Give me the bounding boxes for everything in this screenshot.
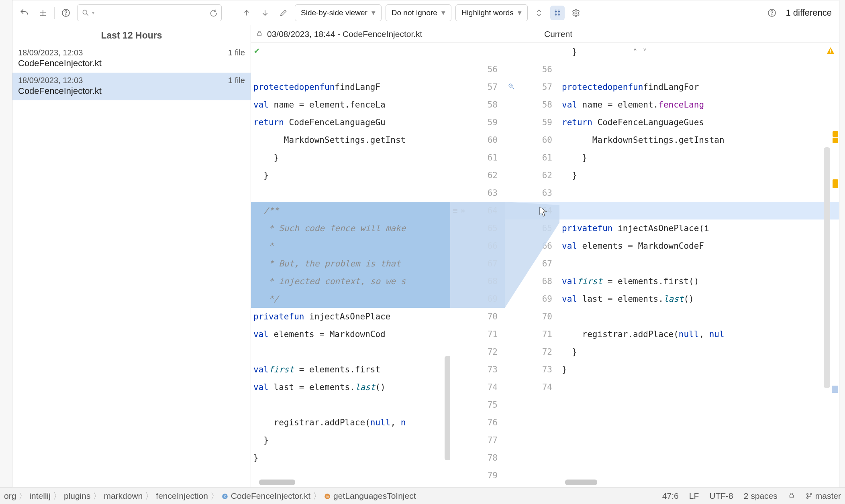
code-line[interactable] — [559, 308, 839, 325]
highlight-mode-select[interactable]: Highlight words ▾ — [455, 4, 528, 21]
sync-scroll-button[interactable] — [550, 6, 565, 20]
edit-button[interactable] — [276, 6, 291, 20]
code-line[interactable]: * But, the problem is that — [251, 255, 450, 272]
code-line[interactable]: } — [251, 149, 450, 167]
ignore-mode-label: Do not ignore — [392, 8, 437, 17]
breadcrumb-segment[interactable]: fenceInjection — [156, 491, 208, 501]
code-line[interactable]: } — [559, 149, 839, 167]
history-item-time: 18/09/2023, 12:03 — [18, 76, 83, 85]
breakpoint-suggestion-icon[interactable] — [507, 82, 515, 92]
left-h-scrollbar[interactable] — [259, 480, 295, 485]
viewer-mode-select[interactable]: Side-by-side viewer ▾ — [295, 4, 382, 21]
gutter-line: 66 — [450, 237, 505, 255]
code-line[interactable]: } — [559, 361, 839, 378]
code-line[interactable]: */ — [251, 290, 450, 308]
svg-point-2 — [83, 10, 87, 14]
right-code-pane[interactable]: } protected open fun findLangFor val nam… — [559, 43, 839, 487]
apply-chunk-icon[interactable]: » — [460, 206, 465, 215]
next-diff-button[interactable] — [258, 6, 272, 20]
accept-left-icon[interactable]: ≡ — [453, 206, 458, 215]
code-line[interactable] — [251, 184, 450, 202]
gutter-line: 64≡» — [450, 202, 505, 219]
code-line[interactable]: val first = elements.first — [251, 361, 450, 378]
git-branch[interactable]: master — [806, 491, 841, 501]
right-revision-title: Current — [544, 29, 572, 39]
gutter-line: 60 — [450, 131, 505, 149]
ignore-mode-select[interactable]: Do not ignore ▾ — [386, 4, 451, 21]
svg-point-3 — [575, 12, 577, 14]
history-item[interactable]: 18/09/2023, 12:03 1 file CodeFenceInject… — [12, 45, 251, 73]
fold-down-icon[interactable]: ˅ — [643, 48, 647, 57]
help-button[interactable] — [59, 6, 73, 20]
code-line[interactable]: MarkdownSettings.getInstan — [559, 131, 839, 149]
search-icon — [82, 9, 90, 17]
code-line[interactable] — [251, 61, 450, 78]
code-line[interactable]: registrar.addPlace(null, n — [251, 414, 450, 431]
code-line[interactable]: val last = elements.last() — [559, 290, 839, 308]
code-line[interactable]: return CodeFenceLanguageGues — [559, 114, 839, 131]
line-separator[interactable]: LF — [689, 491, 699, 501]
breadcrumb-segment[interactable]: markdown — [104, 491, 143, 501]
undo-button[interactable] — [17, 6, 32, 20]
history-back-icon[interactable] — [208, 8, 217, 17]
help-diff-button[interactable] — [765, 6, 779, 20]
code-line[interactable]: } — [559, 43, 839, 61]
breadcrumb-segment[interactable]: plugins — [64, 491, 91, 501]
code-line[interactable]: } — [251, 449, 450, 467]
code-line[interactable] — [559, 184, 839, 202]
history-item-name: CodeFenceInjector.kt — [18, 86, 245, 96]
code-line[interactable]: protected open fun findLangFor — [559, 78, 839, 96]
prev-diff-button[interactable] — [239, 6, 254, 20]
svg-point-17 — [806, 497, 808, 498]
readonly-icon[interactable] — [788, 491, 795, 501]
search-input[interactable]: ▾ — [77, 4, 222, 21]
code-line[interactable] — [559, 61, 839, 78]
left-v-scrollbar-thumb[interactable] — [445, 356, 450, 460]
code-line[interactable]: MarkdownSettings.getInst — [251, 131, 450, 149]
breadcrumb-segment[interactable]: intellij — [29, 491, 51, 501]
left-code-pane[interactable]: ✔ protected open fun findLangF val name … — [251, 43, 450, 487]
indent-setting[interactable]: 2 spaces — [744, 491, 778, 501]
code-line[interactable]: } — [559, 167, 839, 184]
settings-button[interactable] — [569, 6, 583, 20]
code-line[interactable]: val name = element.fenceLa — [251, 96, 450, 114]
create-patch-button[interactable] — [36, 6, 50, 20]
gutter-line: 73 — [505, 361, 559, 378]
code-line[interactable]: val first = elements.first() — [559, 272, 839, 290]
code-line[interactable]: val name = element.fenceLang — [559, 96, 839, 114]
breadcrumb[interactable]: org〉intellij〉plugins〉markdown〉fenceInjec… — [4, 490, 416, 502]
code-line[interactable]: } — [559, 343, 839, 361]
diff-overview-stripe[interactable] — [829, 25, 839, 487]
code-line[interactable]: } — [251, 167, 450, 184]
gutter-line: 57 — [450, 78, 505, 96]
code-line[interactable]: val elements = MarkdownCod — [251, 325, 450, 343]
code-line[interactable] — [251, 343, 450, 361]
code-line[interactable] — [559, 378, 839, 396]
code-line[interactable]: registrar.addPlace(null, nul — [559, 325, 839, 343]
collapse-unchanged-button[interactable] — [532, 6, 546, 20]
code-line[interactable]: val elements = MarkdownCodeF — [559, 237, 839, 255]
breadcrumb-segment[interactable]: K CodeFenceInjector.kt — [221, 491, 310, 501]
code-line[interactable]: protected open fun findLangF — [251, 78, 450, 96]
fold-up-icon[interactable]: ˄ — [633, 48, 637, 57]
code-line[interactable] — [559, 202, 839, 219]
code-line[interactable]: } — [251, 431, 450, 449]
code-line[interactable] — [251, 43, 450, 61]
breadcrumb-segment[interactable]: m getLanguagesToInject — [324, 491, 416, 501]
right-h-scrollbar[interactable] — [565, 480, 597, 485]
code-line[interactable]: val last = elements.last() — [251, 378, 450, 396]
file-encoding[interactable]: UTF-8 — [709, 491, 733, 501]
code-line[interactable]: * Such code fence will make — [251, 219, 450, 237]
code-line[interactable]: /** — [251, 202, 450, 219]
caret-position[interactable]: 47:6 — [662, 491, 679, 501]
code-line[interactable]: * — [251, 237, 450, 255]
breadcrumb-segment[interactable]: org — [4, 491, 16, 501]
code-line[interactable]: private fun injectAsOnePlace — [251, 308, 450, 325]
code-line[interactable]: private fun injectAsOnePlace(i — [559, 219, 839, 237]
gutter-line: 78 — [450, 449, 505, 467]
history-item[interactable]: 18/09/2023, 12:03 1 file CodeFenceInject… — [12, 73, 251, 100]
code-line[interactable] — [251, 396, 450, 414]
code-line[interactable] — [559, 255, 839, 272]
code-line[interactable]: * injected context, so we s — [251, 272, 450, 290]
code-line[interactable]: return CodeFenceLanguageGu — [251, 114, 450, 131]
